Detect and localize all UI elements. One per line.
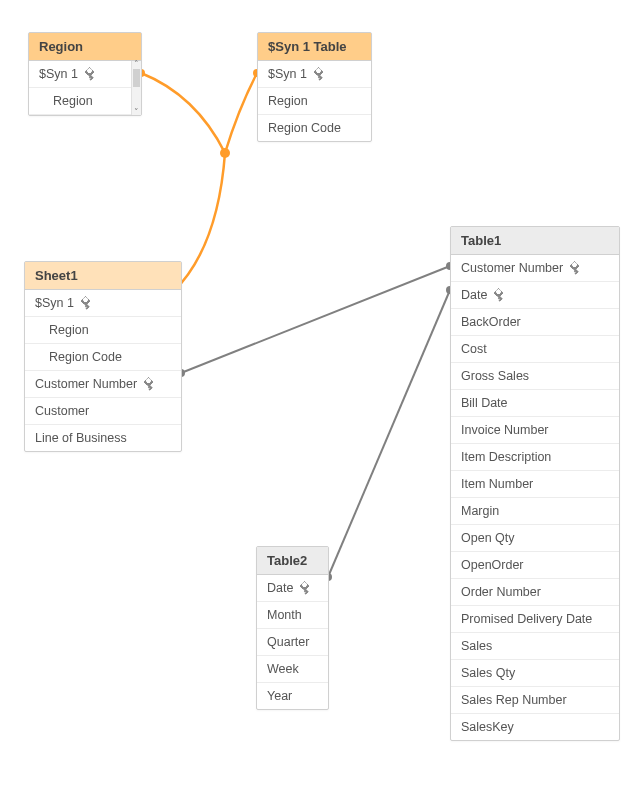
field-label: $Syn 1: [268, 67, 307, 81]
field-row[interactable]: Gross Sales: [451, 363, 619, 390]
field-row[interactable]: $Syn 1: [258, 61, 371, 88]
field-label: Bill Date: [461, 396, 508, 410]
node-table1-header[interactable]: Table1: [451, 227, 619, 255]
field-label: Quarter: [267, 635, 309, 649]
field-label: Customer Number: [461, 261, 563, 275]
key-icon: [82, 66, 98, 82]
field-row[interactable]: $Syn 1: [29, 61, 141, 88]
node-table1[interactable]: Table1 Customer Number Date BackOrder Co…: [450, 226, 620, 741]
field-row[interactable]: Date: [451, 282, 619, 309]
field-row[interactable]: Week: [257, 656, 328, 683]
svg-line-4: [181, 266, 450, 373]
node-table1-title: Table1: [461, 233, 501, 248]
field-row[interactable]: Region: [25, 317, 181, 344]
field-label: Week: [267, 662, 299, 676]
field-row[interactable]: Region Code: [258, 115, 371, 141]
field-label: Sales Rep Number: [461, 693, 567, 707]
field-label: BackOrder: [461, 315, 521, 329]
field-label: SalesKey: [461, 720, 514, 734]
field-row[interactable]: Month: [257, 602, 328, 629]
field-label: Margin: [461, 504, 499, 518]
field-label: Region: [53, 94, 93, 108]
field-label: Region Code: [268, 121, 341, 135]
field-row[interactable]: Region: [29, 88, 141, 115]
field-row[interactable]: Quarter: [257, 629, 328, 656]
field-row[interactable]: Year: [257, 683, 328, 709]
field-row[interactable]: Margin: [451, 498, 619, 525]
field-row[interactable]: Sales Qty: [451, 660, 619, 687]
field-label: Customer Number: [35, 377, 137, 391]
node-sheet1-header[interactable]: Sheet1: [25, 262, 181, 290]
node-table2-title: Table2: [267, 553, 307, 568]
field-label: Region: [268, 94, 308, 108]
node-region-header[interactable]: Region: [29, 33, 141, 61]
field-label: Sales Qty: [461, 666, 515, 680]
field-label: Cost: [461, 342, 487, 356]
node-syn1table-title: $Syn 1 Table: [268, 39, 347, 54]
field-label: Customer: [35, 404, 89, 418]
field-row[interactable]: Region Code: [25, 344, 181, 371]
node-syn1table-header[interactable]: $Syn 1 Table: [258, 33, 371, 61]
field-row[interactable]: BackOrder: [451, 309, 619, 336]
field-row[interactable]: SalesKey: [451, 714, 619, 740]
field-row[interactable]: Customer: [25, 398, 181, 425]
field-row[interactable]: Promised Delivery Date: [451, 606, 619, 633]
field-row[interactable]: Date: [257, 575, 328, 602]
node-region[interactable]: Region $Syn 1 Region ˄ ˅: [28, 32, 142, 116]
field-label: Item Description: [461, 450, 551, 464]
node-table2-header[interactable]: Table2: [257, 547, 328, 575]
scroll-down-icon[interactable]: ˅: [132, 107, 141, 117]
field-row[interactable]: Cost: [451, 336, 619, 363]
field-row[interactable]: Customer Number: [25, 371, 181, 398]
field-row[interactable]: Open Qty: [451, 525, 619, 552]
key-icon: [311, 66, 327, 82]
field-label: Month: [267, 608, 302, 622]
field-row[interactable]: $Syn 1: [25, 290, 181, 317]
field-row[interactable]: Item Description: [451, 444, 619, 471]
field-row[interactable]: Item Number: [451, 471, 619, 498]
node-region-title: Region: [39, 39, 83, 54]
field-label: Invoice Number: [461, 423, 549, 437]
key-icon: [78, 295, 94, 311]
svg-line-7: [328, 290, 450, 577]
field-label: Sales: [461, 639, 492, 653]
field-row[interactable]: Sales Rep Number: [451, 687, 619, 714]
field-row[interactable]: Invoice Number: [451, 417, 619, 444]
field-label: Date: [267, 581, 293, 595]
svg-point-0: [220, 148, 230, 158]
scroll-thumb[interactable]: [133, 69, 140, 87]
field-label: Year: [267, 689, 292, 703]
field-label: OpenOrder: [461, 558, 524, 572]
field-row[interactable]: Region: [258, 88, 371, 115]
field-label: Line of Business: [35, 431, 127, 445]
key-icon: [491, 287, 507, 303]
node-sheet1-title: Sheet1: [35, 268, 78, 283]
field-label: Region Code: [49, 350, 122, 364]
field-row[interactable]: Customer Number: [451, 255, 619, 282]
field-label: Order Number: [461, 585, 541, 599]
field-label: Open Qty: [461, 531, 515, 545]
field-label: Promised Delivery Date: [461, 612, 592, 626]
field-label: Item Number: [461, 477, 533, 491]
field-row[interactable]: Order Number: [451, 579, 619, 606]
node-syn1table[interactable]: $Syn 1 Table $Syn 1 Region Region Code: [257, 32, 372, 142]
field-row[interactable]: Sales: [451, 633, 619, 660]
field-row[interactable]: OpenOrder: [451, 552, 619, 579]
key-icon: [567, 260, 583, 276]
field-label: $Syn 1: [35, 296, 74, 310]
key-icon: [141, 376, 157, 392]
field-label: Date: [461, 288, 487, 302]
scrollbar[interactable]: ˄ ˅: [131, 61, 141, 115]
node-sheet1[interactable]: Sheet1 $Syn 1 Region Region Code Custome…: [24, 261, 182, 452]
key-icon: [297, 580, 313, 596]
field-label: Gross Sales: [461, 369, 529, 383]
field-label: Region: [49, 323, 89, 337]
field-row[interactable]: Bill Date: [451, 390, 619, 417]
scroll-up-icon[interactable]: ˄: [132, 59, 141, 69]
node-table2[interactable]: Table2 Date Month Quarter Week Year: [256, 546, 329, 710]
field-label: $Syn 1: [39, 67, 78, 81]
field-row[interactable]: Line of Business: [25, 425, 181, 451]
